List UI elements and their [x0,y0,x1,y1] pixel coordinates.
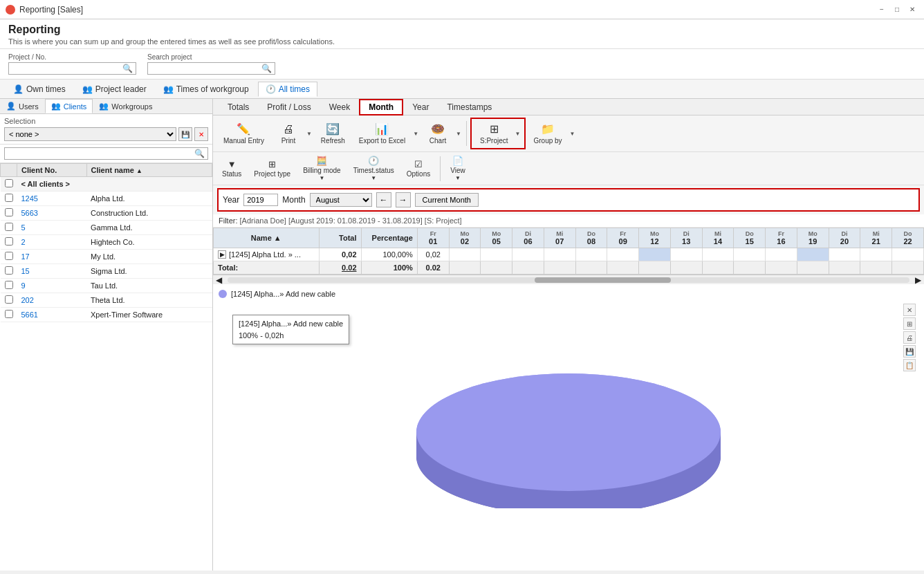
client-no-15[interactable]: 15 [17,264,87,279]
scrollbar-track[interactable] [228,277,909,283]
client-no-17[interactable]: 17 [17,250,87,264]
print-dropdown-arrow[interactable]: ▼ [305,131,313,137]
status-filter-button[interactable]: ▼ Status [217,157,246,180]
group-by-dropdown-arrow[interactable]: ▼ [569,131,577,137]
export-excel-button[interactable]: 📊 Export to Excel [353,120,412,147]
close-button[interactable]: ✕ [906,3,918,16]
client-name-2: Hightech Co. [86,235,212,250]
client-no-1245[interactable]: 1245 [17,192,87,206]
scroll-left-btn[interactable]: ◀ [213,275,225,285]
client-no-9[interactable]: 9 [17,279,87,293]
row-name-text: [1245] Alpha Ltd. » ... [229,250,301,259]
client-checkbox-9[interactable] [5,281,13,289]
client-row[interactable]: 202 Theta Ltd. [1,293,212,308]
times-workgroup-label: Times of workgroup [176,84,249,94]
client-checkbox-5[interactable] [5,223,13,231]
chart-dropdown-arrow[interactable]: ▼ [454,131,463,137]
client-row[interactable]: 1245 Alpha Ltd. [1,192,212,206]
row-do08 [575,248,607,261]
s-project-dropdown-arrow[interactable]: ▼ [514,131,522,137]
options-filter-button[interactable]: ☑ Options [402,157,435,180]
tab-times-workgroup[interactable]: 👥 Times of workgroup [156,82,257,97]
client-row[interactable]: 15 Sigma Ltd. [1,264,212,279]
tab-all-times[interactable]: 🕐 All times [258,82,317,97]
horizontal-scrollbar[interactable]: ◀ ▶ [213,275,924,284]
client-no-5663[interactable]: 5663 [17,206,87,221]
client-search-btn[interactable]: 🔍 [194,149,205,158]
billing-mode-filter-button[interactable]: 🧮 Billing mode ▼ [298,154,345,183]
client-row[interactable]: 5 Gamma Ltd. [1,221,212,235]
chart-button[interactable]: 🍩 Chart [421,120,454,147]
total-pct: 100% [361,261,417,275]
col-pct-header: Percentage [361,228,417,248]
project-no-input[interactable] [12,64,122,73]
current-month-button[interactable]: Current Month [415,193,479,207]
client-no-5661[interactable]: 5661 [17,308,87,322]
manual-entry-button[interactable]: ✏️ Manual Entry [217,120,270,147]
refresh-button[interactable]: 🔄 Refresh [315,120,351,147]
search-project-btn[interactable]: 🔍 [261,64,272,73]
view-filter-button[interactable]: 📄 View ▼ [445,154,470,183]
project-no-search-btn[interactable]: 🔍 [122,64,133,73]
client-search-input[interactable] [8,149,194,158]
client-row[interactable]: 9 Tau Ltd. [1,279,212,293]
tab-week[interactable]: Week [320,100,359,114]
month-select[interactable]: JanuaryFebruaryMarchApril MayJuneJulyAug… [310,193,372,207]
client-checkbox-15[interactable] [5,266,13,275]
client-checkbox-2[interactable] [5,237,13,246]
sidebar-tab-users[interactable]: 👤 Users [0,99,45,113]
client-no-202[interactable]: 202 [17,293,87,308]
all-clients-checkbox[interactable] [5,179,13,187]
sidebar-tab-workgroups[interactable]: 👥 Workgroups [93,99,158,113]
selection-clear-btn[interactable]: ✕ [194,127,208,141]
selection-save-btn[interactable]: 💾 [178,127,192,141]
row-fr09 [607,248,639,261]
tab-month[interactable]: Month [359,99,403,115]
tab-year[interactable]: Year [403,100,438,114]
client-row[interactable]: 17 My Ltd. [1,250,212,264]
sidebar-tab-clients[interactable]: 👥 Clients [45,99,93,113]
filter-user: [Adriana Doe] [240,216,286,225]
col-client-name[interactable]: Client name ▲ [86,164,212,177]
tab-project-leader[interactable]: 👥 Project leader [75,82,154,97]
client-row[interactable]: 5661 Xpert-Timer Software [1,308,212,322]
minimize-button[interactable]: − [876,3,888,16]
group-by-button[interactable]: 📁 Group by [527,120,568,147]
selection-dropdown[interactable]: < none > [4,127,176,141]
app-title: Reporting [8,24,916,36]
client-checkbox-17[interactable] [5,252,13,260]
data-row[interactable]: ▶ [1245] Alpha Ltd. » ... 0,02 100,00% 0… [214,248,924,261]
s-project-button-group[interactable]: ⊞ S:Project ▼ [470,118,526,149]
window-title: Reporting [Sales] [19,5,83,15]
next-month-button[interactable]: → [396,192,411,207]
client-checkbox-5661[interactable] [5,310,13,318]
client-checkbox-5663[interactable] [5,208,13,216]
client-no-5[interactable]: 5 [17,221,87,235]
chart-tooltip: [1245] Alpha...» Add new cable 100% - 0,… [232,315,349,344]
col-client-no[interactable]: Client No. [17,164,87,177]
scroll-right-btn[interactable]: ▶ [912,275,924,285]
maximize-button[interactable]: □ [891,3,903,16]
client-no-2[interactable]: 2 [17,235,87,250]
project-type-filter-button[interactable]: ⊞ Project type [249,157,295,180]
timest-status-filter-button[interactable]: 🕐 Timest.status ▼ [349,154,399,183]
print-button[interactable]: 🖨 Print [272,120,305,147]
prev-month-button[interactable]: ← [376,192,391,207]
s-project-button[interactable]: ⊞ S:Project [474,120,514,147]
tab-timestamps[interactable]: Timestamps [438,100,501,114]
expand-icon[interactable]: ▶ [218,250,226,259]
client-name-9: Tau Ltd. [86,279,212,293]
export-excel-dropdown-arrow[interactable]: ▼ [412,131,420,137]
search-project-input[interactable] [151,64,261,73]
client-row[interactable]: 5663 Construction Ltd. [1,206,212,221]
client-checkbox-1245[interactable] [5,194,13,202]
client-row[interactable]: 2 Hightech Co. [1,235,212,250]
all-clients-row[interactable]: < All clients > [1,177,212,192]
scrollbar-thumb[interactable] [535,277,671,283]
tab-profit-loss[interactable]: Profit / Loss [258,100,320,114]
col-name-header[interactable]: Name ▲ [214,228,320,248]
tab-totals[interactable]: Totals [219,100,258,114]
year-input[interactable] [243,194,278,206]
tab-own-times[interactable]: 👤 Own times [6,82,73,97]
client-checkbox-202[interactable] [5,295,13,304]
